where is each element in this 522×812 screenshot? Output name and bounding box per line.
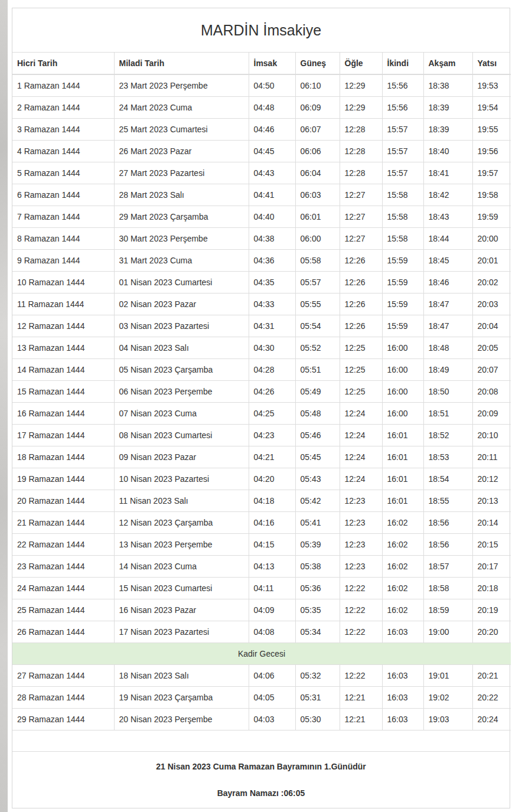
gunes-cell: 05:52 <box>295 337 340 359</box>
gunes-cell: 06:04 <box>295 162 340 184</box>
ikindi-cell: 16:03 <box>382 665 423 687</box>
yatsi-cell: 20:07 <box>472 359 511 381</box>
table-row: 17 Ramazan 144408 Nisan 2023 Cumartesi04… <box>12 425 511 446</box>
hicri-date-cell: 22 Ramazan 1444 <box>12 534 114 556</box>
kadir-gecesi-row: Kadir Gecesi <box>12 643 511 665</box>
ikindi-cell: 16:00 <box>382 337 423 359</box>
aksam-cell: 18:40 <box>423 141 472 162</box>
gunes-cell: 05:42 <box>295 490 340 512</box>
imsak-cell: 04:03 <box>249 709 295 731</box>
imsak-cell: 04:08 <box>249 621 295 643</box>
hicri-date-cell: 23 Ramazan 1444 <box>12 556 114 578</box>
hicri-date-cell: 3 Ramazan 1444 <box>12 119 114 141</box>
aksam-cell: 18:42 <box>423 184 472 206</box>
hicri-date-cell: 15 Ramazan 1444 <box>12 381 114 403</box>
imsak-cell: 04:25 <box>249 403 295 425</box>
imsakiye-table: Hicri Tarih Miladi Tarih İmsak Güneş Öğl… <box>12 53 511 731</box>
aksam-cell: 18:54 <box>423 468 472 490</box>
ogle-cell: 12:26 <box>340 315 382 337</box>
imsakiye-table-body: 1 Ramazan 144423 Mart 2023 Perşembe04:50… <box>12 74 511 731</box>
table-row: 18 Ramazan 144409 Nisan 2023 Pazar04:210… <box>12 446 511 468</box>
gunes-cell: 05:35 <box>295 599 340 621</box>
imsak-cell: 04:21 <box>249 446 295 468</box>
gunes-cell: 05:43 <box>295 468 340 490</box>
aksam-cell: 18:51 <box>423 403 472 425</box>
aksam-cell: 18:48 <box>423 337 472 359</box>
gunes-cell: 06:00 <box>295 228 340 250</box>
ikindi-cell: 16:02 <box>382 578 423 599</box>
imsak-cell: 04:36 <box>249 250 295 272</box>
gunes-cell: 05:38 <box>295 556 340 578</box>
kadir-gecesi-label: Kadir Gecesi <box>12 643 511 665</box>
ogle-cell: 12:29 <box>340 97 382 119</box>
header-ikindi: İkindi <box>382 53 423 74</box>
hicri-date-cell: 19 Ramazan 1444 <box>12 468 114 490</box>
yatsi-cell: 20:08 <box>472 381 511 403</box>
aksam-cell: 18:53 <box>423 446 472 468</box>
imsak-cell: 04:30 <box>249 337 295 359</box>
miladi-date-cell: 27 Mart 2023 Pazartesi <box>114 162 249 184</box>
miladi-date-cell: 30 Mart 2023 Perşembe <box>114 228 249 250</box>
miladi-date-cell: 04 Nisan 2023 Salı <box>114 337 249 359</box>
hicri-date-cell: 28 Ramazan 1444 <box>12 687 114 709</box>
hicri-date-cell: 9 Ramazan 1444 <box>12 250 114 272</box>
miladi-date-cell: 09 Nisan 2023 Pazar <box>114 446 249 468</box>
aksam-cell: 18:56 <box>423 512 472 534</box>
hicri-date-cell: 20 Ramazan 1444 <box>12 490 114 512</box>
title-bar: MARDİN İmsakiye <box>12 8 510 53</box>
hicri-date-cell: 10 Ramazan 1444 <box>12 272 114 294</box>
imsak-cell: 04:28 <box>249 359 295 381</box>
aksam-cell: 19:01 <box>423 665 472 687</box>
yatsi-cell: 20:19 <box>472 599 511 621</box>
gunes-cell: 05:57 <box>295 272 340 294</box>
ogle-cell: 12:25 <box>340 359 382 381</box>
hicri-date-cell: 18 Ramazan 1444 <box>12 446 114 468</box>
hicri-date-cell: 8 Ramazan 1444 <box>12 228 114 250</box>
yatsi-cell: 19:58 <box>472 184 511 206</box>
table-row: 9 Ramazan 144431 Mart 2023 Cuma04:3605:5… <box>12 250 511 272</box>
yatsi-cell: 19:53 <box>472 74 511 97</box>
hicri-date-cell: 21 Ramazan 1444 <box>12 512 114 534</box>
gunes-cell: 05:49 <box>295 381 340 403</box>
ogle-cell: 12:24 <box>340 446 382 468</box>
hicri-date-cell: 12 Ramazan 1444 <box>12 315 114 337</box>
gunes-cell: 06:09 <box>295 97 340 119</box>
ogle-cell: 12:23 <box>340 556 382 578</box>
hicri-date-cell: 4 Ramazan 1444 <box>12 141 114 162</box>
miladi-date-cell: 16 Nisan 2023 Pazar <box>114 599 249 621</box>
gunes-cell: 05:41 <box>295 512 340 534</box>
aksam-cell: 18:44 <box>423 228 472 250</box>
ogle-cell: 12:24 <box>340 425 382 446</box>
ogle-cell: 12:28 <box>340 141 382 162</box>
imsak-cell: 04:16 <box>249 512 295 534</box>
miladi-date-cell: 05 Nisan 2023 Çarşamba <box>114 359 249 381</box>
hicri-date-cell: 16 Ramazan 1444 <box>12 403 114 425</box>
imsak-cell: 04:09 <box>249 599 295 621</box>
hicri-date-cell: 13 Ramazan 1444 <box>12 337 114 359</box>
yatsi-cell: 20:02 <box>472 272 511 294</box>
imsakiye-card: MARDİN İmsakiye Hicri Tarih Miladi Tarih… <box>12 8 510 808</box>
ikindi-cell: 16:02 <box>382 512 423 534</box>
ikindi-cell: 15:59 <box>382 294 423 315</box>
ogle-cell: 12:28 <box>340 162 382 184</box>
imsak-cell: 04:35 <box>249 272 295 294</box>
table-row: 5 Ramazan 144427 Mart 2023 Pazartesi04:4… <box>12 162 511 184</box>
ikindi-cell: 16:02 <box>382 556 423 578</box>
miladi-date-cell: 18 Nisan 2023 Salı <box>114 665 249 687</box>
aksam-cell: 18:46 <box>423 272 472 294</box>
gunes-cell: 05:34 <box>295 621 340 643</box>
aksam-cell: 18:50 <box>423 381 472 403</box>
miladi-date-cell: 01 Nisan 2023 Cumartesi <box>114 272 249 294</box>
ogle-cell: 12:27 <box>340 228 382 250</box>
imsak-cell: 04:40 <box>249 206 295 228</box>
yatsi-cell: 20:15 <box>472 534 511 556</box>
table-row: 6 Ramazan 144428 Mart 2023 Salı04:4106:0… <box>12 184 511 206</box>
imsak-cell: 04:38 <box>249 228 295 250</box>
aksam-cell: 18:49 <box>423 359 472 381</box>
ogle-cell: 12:22 <box>340 665 382 687</box>
hicri-date-cell: 6 Ramazan 1444 <box>12 184 114 206</box>
imsak-cell: 04:13 <box>249 556 295 578</box>
header-miladi-tarih: Miladi Tarih <box>114 53 249 74</box>
yatsi-cell: 20:17 <box>472 556 511 578</box>
imsak-cell: 04:50 <box>249 74 295 97</box>
